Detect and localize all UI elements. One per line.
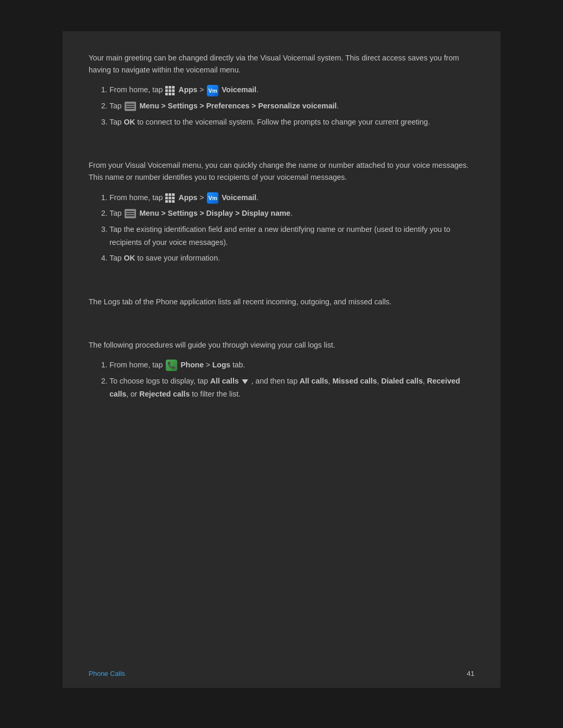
page-container: Your main greeting can be changed direct…	[0, 0, 563, 728]
section4-step2: To choose logs to display, tap All calls…	[109, 375, 474, 400]
section3-intro: The Logs tab of the Phone application li…	[89, 296, 474, 308]
section4-intro: The following procedures will guide you …	[89, 339, 474, 351]
svg-rect-13	[169, 196, 172, 199]
svg-rect-0	[165, 86, 168, 89]
svg-rect-15	[165, 200, 168, 203]
section1-steps: From home, tap	[109, 83, 474, 128]
section2-block: From your Visual Voicemail menu, you can…	[89, 159, 474, 265]
phone-label: Phone	[180, 361, 203, 369]
section1-block: Your main greeting can be changed direct…	[89, 52, 474, 128]
ok-label-1: OK	[124, 118, 135, 126]
section2-step4: Tap OK to save your information.	[109, 252, 474, 265]
apps-label-1: Apps	[178, 85, 197, 94]
menu-settings-display: Menu > Settings > Display > Display name	[139, 209, 290, 217]
rejected-calls-label: Rejected calls	[139, 390, 190, 398]
section2-step1: From home, tap	[109, 191, 474, 204]
footer: Phone Calls 41	[89, 670, 474, 677]
svg-rect-17	[172, 200, 175, 203]
all-calls-label2: All calls	[300, 377, 328, 385]
svg-rect-8	[172, 93, 175, 95]
filter-dropdown-icon	[242, 379, 248, 384]
apps-grid-icon-2	[165, 193, 175, 203]
svg-rect-2	[172, 86, 175, 89]
separator-2	[89, 280, 474, 296]
separator-3	[89, 324, 474, 339]
dialed-calls-label: Dialed calls	[381, 377, 423, 385]
svg-rect-5	[172, 89, 175, 92]
svg-rect-1	[169, 86, 172, 89]
menu-label-1: Menu > Settings > Preferences > Personal…	[139, 102, 336, 110]
separator-1	[89, 144, 474, 159]
section1-step3: Tap OK to connect to the voicemail syste…	[109, 116, 474, 129]
voicemail-label-1: Voicemail	[222, 85, 256, 94]
content-box: Your main greeting can be changed direct…	[63, 31, 500, 688]
missed-calls-label: Missed calls	[333, 377, 377, 385]
all-calls-label: All calls	[210, 377, 239, 385]
personalize-label: Personalize voicemail	[258, 102, 337, 110]
step2-1-text-middle: >	[200, 193, 206, 202]
section1-step2: Tap Menu > Settings > Preferences > Pers…	[109, 100, 474, 113]
ok-label-2: OK	[124, 254, 135, 262]
voicemail-icon-2: Vm	[207, 192, 218, 204]
svg-rect-10	[169, 193, 172, 196]
footer-left: Phone Calls	[89, 670, 125, 677]
step2-text-before: Tap	[109, 102, 124, 110]
phone-icon: 📞	[166, 360, 177, 371]
svg-rect-4	[169, 89, 172, 92]
apps-label-2: Apps	[178, 193, 197, 202]
svg-rect-16	[169, 200, 172, 203]
step1-text-middle: >	[200, 85, 206, 94]
menu-icon-1	[125, 102, 136, 111]
section2-step2: Tap Menu > Settings > Display > Display …	[109, 207, 474, 220]
svg-rect-7	[169, 93, 172, 95]
step1-text-before: From home, tap	[109, 85, 165, 94]
section3-block: The Logs tab of the Phone application li…	[89, 296, 474, 308]
section2-intro: From your Visual Voicemail menu, you can…	[89, 159, 474, 183]
apps-grid-icon	[165, 85, 175, 96]
section4-step1: From home, tap 📞 Phone > Logs tab.	[109, 359, 474, 372]
svg-rect-11	[172, 193, 175, 196]
step2-1-text-before: From home, tap	[109, 193, 165, 202]
logs-label: Logs	[212, 361, 230, 369]
section1-intro: Your main greeting can be changed direct…	[89, 52, 474, 76]
menu-icon-2	[125, 209, 136, 218]
section4-block: The following procedures will guide you …	[89, 339, 474, 400]
section1-step1: From home, tap	[109, 83, 474, 96]
svg-rect-14	[172, 196, 175, 199]
svg-rect-3	[165, 89, 168, 92]
footer-right: 41	[467, 670, 474, 677]
section2-steps: From home, tap	[109, 191, 474, 265]
section2-step3: Tap the existing identification field an…	[109, 223, 474, 249]
display-name-label: Display name	[242, 209, 291, 217]
svg-rect-9	[165, 193, 168, 196]
voicemail-label-2: Voicemail	[222, 193, 256, 202]
svg-rect-12	[165, 196, 168, 199]
voicemail-icon-1: Vm	[207, 85, 218, 96]
svg-rect-6	[165, 93, 168, 95]
section4-steps: From home, tap 📞 Phone > Logs tab. To ch…	[109, 359, 474, 400]
